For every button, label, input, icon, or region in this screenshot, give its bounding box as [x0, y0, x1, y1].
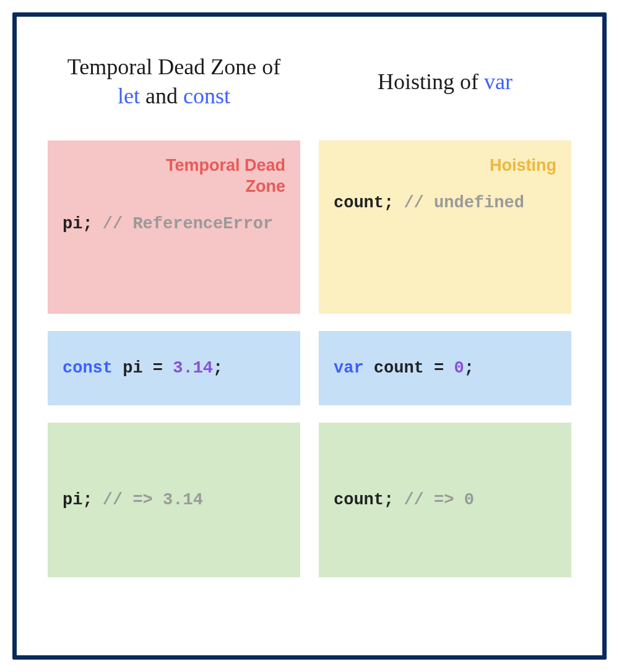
- keyword-let: let: [118, 84, 140, 108]
- code-line: pi; // ReferenceError: [63, 215, 285, 233]
- code-identifier: count =: [364, 359, 454, 377]
- left-column: Temporal Dead Zone of let and const Temp…: [48, 48, 300, 631]
- left-title: Temporal Dead Zone of let and const: [48, 48, 300, 116]
- code-line: var count = 0;: [334, 359, 474, 377]
- code-number: 0: [454, 359, 464, 377]
- code-number: 3.14: [173, 359, 213, 377]
- code-keyword: var: [334, 359, 364, 377]
- keyword-var: var: [484, 69, 513, 94]
- code-comment: // => 3.14: [93, 491, 203, 509]
- code-comment: // => 0: [394, 491, 474, 509]
- tdz-after-box: pi; // => 3.14: [48, 423, 300, 577]
- code-line: count; // => 0: [334, 491, 474, 509]
- code-line: pi; // => 3.14: [63, 491, 203, 509]
- right-title: Hoisting of var: [319, 48, 571, 116]
- right-column: Hoisting of var Hoisting count; // undef…: [319, 48, 571, 631]
- keyword-const: const: [183, 84, 230, 108]
- code-identifier: pi;: [63, 491, 93, 509]
- code-punct: ;: [464, 359, 474, 377]
- hoisting-before-box: Hoisting count; // undefined: [319, 140, 571, 314]
- tdz-label: Temporal DeadZone: [63, 155, 285, 197]
- title-text: Hoisting of: [378, 69, 484, 94]
- tdz-before-box: Temporal DeadZone pi; // ReferenceError: [48, 140, 300, 314]
- code-identifier: pi;: [63, 215, 93, 233]
- code-comment: // undefined: [394, 194, 524, 212]
- hoisting-label: Hoisting: [334, 155, 556, 176]
- tdz-declaration-box: const pi = 3.14;: [48, 331, 300, 405]
- title-text: Temporal Dead Zone of: [67, 54, 280, 79]
- code-keyword: const: [63, 359, 113, 377]
- code-identifier: pi =: [113, 359, 173, 377]
- hoisting-after-box: count; // => 0: [319, 423, 571, 577]
- code-identifier: count;: [334, 194, 394, 212]
- code-identifier: count;: [334, 491, 394, 509]
- diagram-frame: Temporal Dead Zone of let and const Temp…: [12, 12, 607, 660]
- code-punct: ;: [213, 359, 223, 377]
- code-line: const pi = 3.14;: [63, 359, 223, 377]
- title-text: and: [145, 84, 183, 108]
- columns-container: Temporal Dead Zone of let and const Temp…: [48, 48, 571, 631]
- code-comment: // ReferenceError: [93, 215, 274, 233]
- code-line: count; // undefined: [334, 194, 556, 212]
- hoisting-declaration-box: var count = 0;: [319, 331, 571, 405]
